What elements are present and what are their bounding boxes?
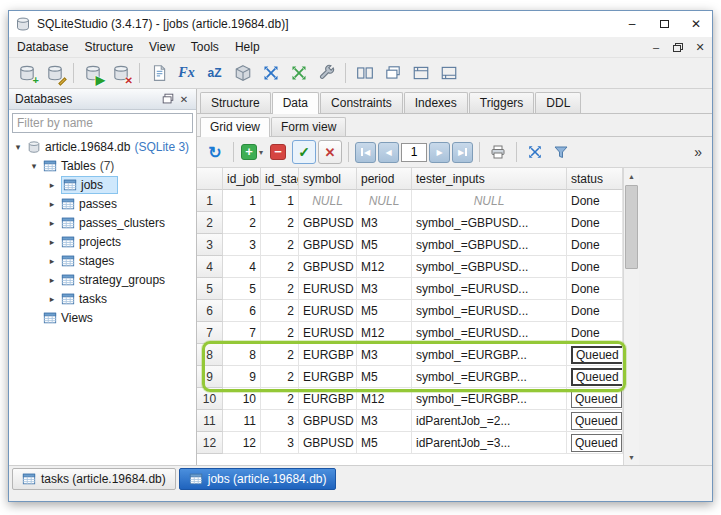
disconnect-database-button[interactable]: ✕ <box>107 60 134 86</box>
maximize-button[interactable] <box>648 11 680 37</box>
cell-id-stage[interactable]: 2 <box>261 344 299 366</box>
expander-icon[interactable]: ▾ <box>29 161 39 171</box>
row-number[interactable]: 10 <box>197 388 223 410</box>
cell-id-job[interactable]: 11 <box>223 410 261 432</box>
subtab-form-view[interactable]: Form view <box>271 117 346 136</box>
corner-header[interactable] <box>197 168 223 190</box>
row-number[interactable]: 7 <box>197 322 223 344</box>
column-header-tester-inputs[interactable]: tester_inputs <box>412 168 567 190</box>
mdi-tabs-top-button[interactable] <box>407 60 434 86</box>
expander-icon[interactable]: ▸ <box>47 275 57 285</box>
row-number[interactable]: 4 <box>197 256 223 278</box>
cell-period[interactable]: M3 <box>357 344 412 366</box>
cell-symbol[interactable]: NULL <box>299 190 357 212</box>
cell-status[interactable]: Queued <box>567 344 623 366</box>
mdi-cascade-button[interactable] <box>379 60 406 86</box>
expander-icon[interactable]: ▸ <box>47 294 57 304</box>
cell-period[interactable]: M12 <box>357 256 412 278</box>
cell-tester-inputs[interactable]: symbol_=EURUSD... <box>412 278 567 300</box>
menu-tools[interactable]: Tools <box>183 38 227 56</box>
row-number[interactable]: 1 <box>197 190 223 212</box>
cell-id-job[interactable]: 1 <box>223 190 261 212</box>
expander-icon[interactable]: ▸ <box>47 180 57 190</box>
open-sql-editor-button[interactable] <box>145 60 172 86</box>
print-button[interactable] <box>486 140 510 164</box>
toolbar-overflow-button[interactable]: » <box>690 144 706 160</box>
scroll-up-icon[interactable]: ▲ <box>624 168 639 184</box>
cell-id-stage[interactable]: 3 <box>261 410 299 432</box>
cell-tester-inputs[interactable]: symbol_=EURUSD... <box>412 300 567 322</box>
cell-period[interactable]: NULL <box>357 190 412 212</box>
vertical-scrollbar[interactable]: ▲ ▼ <box>623 168 639 465</box>
tree-item-tasks[interactable]: ▸ tasks <box>9 289 196 308</box>
cell-symbol[interactable]: GBPUSD <box>299 432 357 454</box>
cell-id-stage[interactable]: 2 <box>261 256 299 278</box>
cell-status[interactable]: Queued <box>567 388 623 410</box>
column-header-status[interactable]: status <box>567 168 623 190</box>
mdi-close-button[interactable]: ✕ <box>690 39 710 56</box>
cell-period[interactable]: M5 <box>357 432 412 454</box>
cell-symbol[interactable]: GBPUSD <box>299 256 357 278</box>
cell-tester-inputs[interactable]: symbol_=GBPUSD... <box>412 212 567 234</box>
menu-help[interactable]: Help <box>227 38 268 56</box>
first-page-button[interactable]: ◀ <box>355 142 376 163</box>
cell-id-job[interactable]: 4 <box>223 256 261 278</box>
row-number[interactable]: 5 <box>197 278 223 300</box>
cell-id-job[interactable]: 12 <box>223 432 261 454</box>
cell-period[interactable]: M5 <box>357 234 412 256</box>
cell-id-stage[interactable]: 2 <box>261 278 299 300</box>
subtab-grid-view[interactable]: Grid view <box>200 117 270 137</box>
expander-icon[interactable]: ▸ <box>47 199 57 209</box>
import-button[interactable] <box>257 60 284 86</box>
expander-icon[interactable]: ▸ <box>47 218 57 228</box>
cell-symbol[interactable]: EURUSD <box>299 300 357 322</box>
cell-id-job[interactable]: 5 <box>223 278 261 300</box>
page-number-input[interactable] <box>401 143 427 162</box>
cell-period[interactable]: M12 <box>357 322 412 344</box>
menu-database[interactable]: Database <box>9 38 76 56</box>
cell-tester-inputs[interactable]: symbol_=EURUSD... <box>412 322 567 344</box>
cell-id-stage[interactable]: 2 <box>261 322 299 344</box>
cell-period[interactable]: M3 <box>357 212 412 234</box>
cell-period[interactable]: M5 <box>357 300 412 322</box>
tree-item-tables[interactable]: ▾ Tables (7) <box>9 156 196 175</box>
tree-item-projects[interactable]: ▸ projects <box>9 232 196 251</box>
cell-id-job[interactable]: 6 <box>223 300 261 322</box>
tab-structure[interactable]: Structure <box>200 92 271 113</box>
tab-ddl[interactable]: DDL <box>535 92 581 113</box>
tab-constraints[interactable]: Constraints <box>320 92 403 113</box>
mdi-restore-button[interactable] <box>668 39 688 56</box>
cell-tester-inputs[interactable]: symbol_=EURGBP... <box>412 366 567 388</box>
cell-symbol[interactable]: EURGBP <box>299 344 357 366</box>
cell-id-job[interactable]: 9 <box>223 366 261 388</box>
cell-status[interactable]: Done <box>567 212 623 234</box>
cell-symbol[interactable]: EURUSD <box>299 322 357 344</box>
new-database-button[interactable]: + <box>13 60 40 86</box>
tab-data[interactable]: Data <box>272 92 319 114</box>
cell-symbol[interactable]: EURGBP <box>299 366 357 388</box>
tree-item-jobs[interactable]: ▸ jobs <box>9 175 196 194</box>
close-button[interactable]: ✕ <box>680 11 712 37</box>
cell-period[interactable]: M3 <box>357 410 412 432</box>
row-number[interactable]: 6 <box>197 300 223 322</box>
prev-page-button[interactable]: ◀ <box>378 142 399 163</box>
cell-period[interactable]: M12 <box>357 388 412 410</box>
row-number[interactable]: 3 <box>197 234 223 256</box>
cell-symbol[interactable]: GBPUSD <box>299 212 357 234</box>
tree-item-passes[interactable]: ▸ passes <box>9 194 196 213</box>
cell-id-stage[interactable]: 2 <box>261 300 299 322</box>
tree-item-views[interactable]: Views <box>9 308 196 327</box>
cell-id-stage[interactable]: 1 <box>261 190 299 212</box>
float-panel-button[interactable] <box>160 91 176 107</box>
row-number[interactable]: 12 <box>197 432 223 454</box>
fit-columns-button[interactable] <box>523 140 547 164</box>
cell-id-job[interactable]: 10 <box>223 388 261 410</box>
cell-status[interactable]: Done <box>567 300 623 322</box>
cell-id-stage[interactable]: 2 <box>261 212 299 234</box>
last-page-button[interactable]: ▶ <box>452 142 473 163</box>
cell-id-stage[interactable]: 2 <box>261 234 299 256</box>
mdi-windows-button[interactable] <box>351 60 378 86</box>
cell-period[interactable]: M3 <box>357 278 412 300</box>
cell-symbol[interactable]: GBPUSD <box>299 234 357 256</box>
filter-button[interactable] <box>549 140 573 164</box>
